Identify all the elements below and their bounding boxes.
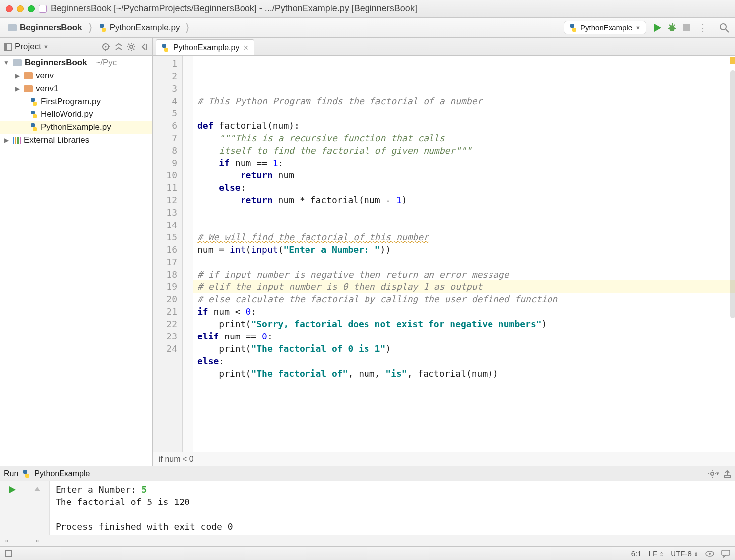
close-window-button[interactable]: [6, 5, 13, 12]
expand-toggle-icon[interactable]: ▼: [3, 59, 10, 66]
editor-tab[interactable]: PythonExample.py ✕: [156, 39, 254, 55]
code-line[interactable]: num = int(input("Enter a Number: ")): [197, 243, 730, 256]
code-line[interactable]: def factorial(num):: [197, 119, 730, 132]
zoom-window-button[interactable]: [28, 5, 35, 12]
encoding-selector[interactable]: UTF-8 ⇕: [671, 549, 698, 558]
code-line[interactable]: [197, 206, 730, 219]
line-number[interactable]: 12: [157, 194, 177, 206]
line-separator-selector[interactable]: LF ⇕: [649, 549, 664, 558]
locate-icon[interactable]: [102, 43, 110, 51]
settings-gear-icon[interactable]: ▾: [708, 470, 719, 478]
tree-item-label: HelloWorld.py: [41, 110, 93, 119]
code-line[interactable]: [197, 107, 730, 119]
line-number[interactable]: 17: [157, 256, 177, 268]
breadcrumb-file[interactable]: PythonExample.py: [95, 21, 184, 35]
run-button[interactable]: [652, 23, 662, 33]
code-line[interactable]: else:: [197, 181, 730, 194]
line-number-gutter[interactable]: 123456789101112131415161718192021222324: [153, 56, 183, 452]
editor-context-breadcrumb[interactable]: if num < 0: [153, 452, 735, 466]
close-tab-icon[interactable]: ✕: [243, 44, 249, 52]
line-number[interactable]: 13: [157, 206, 177, 219]
feedback-icon[interactable]: [721, 550, 730, 558]
line-number[interactable]: 11: [157, 181, 177, 194]
line-number[interactable]: 18: [157, 268, 177, 280]
line-number[interactable]: 22: [157, 318, 177, 330]
tree-project-root[interactable]: ▼ BeginnersBook ~/Pyc: [0, 56, 152, 69]
line-number[interactable]: 21: [157, 305, 177, 318]
line-number[interactable]: 9: [157, 157, 177, 169]
code-line[interactable]: return num * factorial(num - 1): [197, 194, 730, 206]
inspection-eye-icon[interactable]: [705, 550, 714, 557]
breadcrumb-root[interactable]: BeginnersBook: [4, 21, 86, 35]
line-number[interactable]: 3: [157, 82, 177, 95]
rerun-button[interactable]: [8, 485, 17, 494]
line-number[interactable]: 8: [157, 144, 177, 157]
line-number[interactable]: 14: [157, 219, 177, 231]
line-number[interactable]: 15: [157, 231, 177, 243]
line-number[interactable]: 23: [157, 330, 177, 342]
minimize-window-button[interactable]: [17, 5, 24, 12]
code-line[interactable]: if num < 0:: [197, 305, 730, 318]
search-everywhere-button[interactable]: [719, 23, 729, 33]
collapse-all-icon[interactable]: [115, 43, 122, 51]
editor-viewport[interactable]: 123456789101112131415161718192021222324 …: [153, 56, 735, 452]
code-line[interactable]: # This Python Program finds the factoria…: [197, 95, 730, 107]
expand-toggle-icon[interactable]: ▶: [14, 72, 21, 79]
caret-position[interactable]: 6:1: [631, 549, 642, 558]
tree-item[interactable]: PythonExample.py: [0, 121, 152, 134]
run-toolwindow-footer: » »: [0, 535, 735, 546]
line-number[interactable]: 16: [157, 243, 177, 256]
line-number[interactable]: 19: [157, 280, 177, 293]
toolwindow-toggle-icon[interactable]: [5, 550, 12, 557]
code-line[interactable]: else:: [197, 355, 730, 367]
code-line[interactable]: """This is a recursive function that cal…: [197, 132, 730, 144]
expand-right-icon[interactable]: »: [5, 537, 8, 544]
hide-panel-icon[interactable]: [140, 43, 148, 51]
expand-right-icon[interactable]: »: [35, 537, 39, 544]
line-number[interactable]: 7: [157, 132, 177, 144]
line-number[interactable]: 10: [157, 169, 177, 181]
line-number[interactable]: 6: [157, 119, 177, 132]
console-output[interactable]: Enter a Number: 5The factorial of 5 is 1…: [50, 481, 735, 535]
code-line[interactable]: print("The factorial of 0 is 1"): [197, 342, 730, 355]
line-number[interactable]: 20: [157, 293, 177, 305]
code-line[interactable]: [197, 219, 730, 231]
tree-item[interactable]: HelloWorld.py: [0, 108, 152, 121]
warning-marker[interactable]: [730, 57, 735, 64]
project-tree[interactable]: ▼ BeginnersBook ~/Pyc ▶venv▶venv1FirstPr…: [0, 56, 153, 466]
code-line[interactable]: if num == 1:: [197, 157, 730, 169]
line-number[interactable]: 2: [157, 70, 177, 82]
code-line[interactable]: return num: [197, 169, 730, 181]
settings-gear-icon[interactable]: [127, 43, 135, 51]
line-number[interactable]: 24: [157, 342, 177, 355]
code-line[interactable]: [197, 380, 730, 392]
python-file-icon: [30, 123, 38, 131]
project-view-selector[interactable]: Project ▼: [15, 42, 49, 52]
expand-toggle-icon[interactable]: ▶: [3, 137, 10, 144]
line-number[interactable]: 4: [157, 95, 177, 107]
run-config-selector[interactable]: PythonExample ▼: [564, 21, 646, 34]
code-line[interactable]: # else calculate the factorial by callin…: [197, 293, 730, 305]
svg-point-34: [709, 553, 711, 555]
code-line[interactable]: print("The factorial of", num, "is", fac…: [197, 367, 730, 380]
tree-external-libraries[interactable]: ▶ External Libraries: [0, 134, 152, 147]
code-line[interactable]: elif num == 0:: [197, 330, 730, 342]
code-line[interactable]: [197, 256, 730, 268]
export-icon[interactable]: [723, 470, 731, 478]
up-stack-icon[interactable]: [33, 485, 41, 493]
tree-item[interactable]: ▶venv1: [0, 82, 152, 95]
code-line[interactable]: itself to find the factorial of given nu…: [197, 144, 730, 157]
run-buttons: ⋮: [650, 22, 731, 34]
line-number[interactable]: 1: [157, 57, 177, 70]
code-line[interactable]: # if input number is negative then retur…: [197, 268, 730, 280]
code-line[interactable]: # We will find the factorial of this num…: [197, 231, 730, 243]
editor-context-label: if num < 0: [159, 455, 194, 464]
tree-item[interactable]: ▶venv: [0, 69, 152, 82]
expand-toggle-icon[interactable]: ▶: [14, 85, 21, 92]
tree-item[interactable]: FirstProgram.py: [0, 95, 152, 108]
editor-scrollbar-thumb[interactable]: [730, 70, 735, 318]
debug-button[interactable]: [667, 23, 677, 33]
code-area[interactable]: # This Python Program finds the factoria…: [193, 56, 735, 452]
code-line[interactable]: print("Sorry, factorial does not exist f…: [197, 318, 730, 330]
line-number[interactable]: 5: [157, 107, 177, 119]
